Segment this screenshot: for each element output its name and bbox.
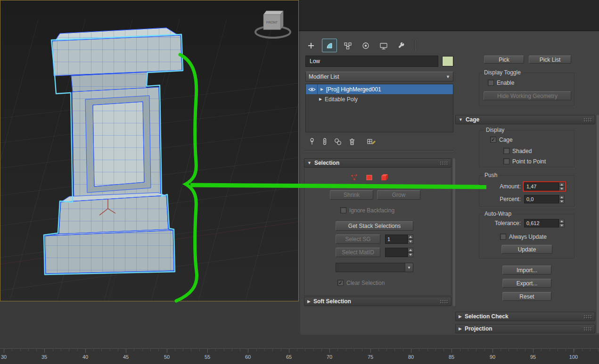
hierarchy-tab-icon[interactable] [341,39,355,52]
pick-list-button[interactable]: Pick List [529,56,571,64]
ignore-backfacing-checkbox[interactable] [340,207,346,213]
clear-selection-checkbox[interactable]: ✓ [337,280,344,286]
percent-spinner[interactable]: 0,0 [524,195,565,203]
check-icon: ✓ [491,137,495,142]
chevron-down-icon: ▼ [446,74,450,79]
motion-tab-icon[interactable] [359,39,373,52]
selection-check-rollout-header[interactable]: ▶ Selection Check [455,312,595,321]
spinner-down-icon[interactable] [408,252,413,257]
timeline-label: 50 [164,354,170,360]
modifier-stack-row-editable-poly[interactable]: ▶ Editable Poly [306,94,453,104]
grow-button[interactable]: Grow [377,190,420,200]
timeline-tick [248,349,248,353]
spinner-down-icon[interactable] [559,223,565,227]
utilities-tab-icon[interactable] [394,39,409,52]
timeline-trackbar[interactable]: 30 35 40 45 50 55 60 65 70 75 80 85 90 9… [0,348,599,364]
timeline-tick [492,349,493,353]
spinner-up-icon[interactable] [559,195,565,199]
timeline-label: 100 [569,354,578,360]
rollout-scrollbar[interactable] [597,115,599,333]
select-sg-button[interactable]: Select SG [336,235,380,244]
shrink-button[interactable]: Shrink [330,190,373,200]
select-matid-spinner[interactable] [385,248,413,257]
named-selection-dropdown[interactable]: ▼ [336,263,413,272]
visibility-eye-icon[interactable] [307,84,318,94]
display-tab-icon[interactable] [377,39,391,52]
always-update-checkbox[interactable] [500,234,506,240]
viewport[interactable]: FRONT [0,0,299,301]
viewcube[interactable]: FRONT [255,11,290,38]
reset-button[interactable]: Reset [502,292,551,301]
timeline-label: 80 [408,354,414,360]
rollout-grip-icon[interactable] [583,327,592,331]
point-to-point-checkbox[interactable] [503,158,509,164]
projection-rollout-header[interactable]: ▶ Projection [455,324,595,333]
modifier-list-dropdown[interactable]: Modifier List ▼ [305,72,453,81]
make-unique-icon[interactable] [334,138,342,147]
always-update-label: Always Update [509,234,547,240]
rollout-grip-icon[interactable] [440,161,448,165]
modify-tab-icon[interactable] [322,39,337,52]
polygon-subobject-icon[interactable] [364,172,375,184]
spinner-down-icon[interactable] [559,186,565,191]
element-subobject-icon[interactable] [379,172,390,184]
spinner-up-icon[interactable] [408,248,413,252]
spinner-down-icon[interactable] [408,239,413,244]
update-button[interactable]: Update [501,245,552,254]
amount-spinner[interactable]: 1,47 [524,182,565,191]
display-toggle-group [479,73,575,106]
enable-checkbox[interactable] [488,80,494,86]
spinner-up-icon[interactable] [559,219,565,223]
modifier-stack-row-projection[interactable]: ▶ [Proj] HighMerged001 [306,84,453,94]
timeline-tick [167,349,167,353]
selection-rollout-title: Selection [314,160,339,166]
timeline-tick [533,349,533,353]
rollout-scrollbar[interactable] [453,158,455,306]
pin-stack-icon[interactable] [308,138,316,147]
cage-rollout-title: Cage [466,116,479,123]
select-matid-button[interactable]: Select MatID [336,248,380,257]
select-matid-value[interactable] [385,248,408,257]
tab-separator [414,40,415,51]
tolerance-spinner[interactable]: 0,612 [524,219,565,227]
remove-modifier-trash-icon[interactable] [348,138,356,147]
rollout-grip-icon[interactable] [440,299,448,304]
modifier-stack[interactable]: ▶ [Proj] HighMerged001 ▶ Editable Poly [305,84,453,132]
selection-rollout-header[interactable]: ▼ Selection [304,158,451,168]
command-panel-tabs [304,39,415,52]
projection-rollout-title: Projection [465,325,492,332]
pick-button[interactable]: Pick [484,56,524,64]
select-sg-value[interactable]: 1 [385,235,408,244]
soft-selection-rollout-header[interactable]: ▶ Soft Selection [304,297,451,306]
configure-modifier-sets-icon[interactable] [367,138,376,147]
percent-value[interactable]: 0,0 [524,195,559,203]
expand-arrow-icon[interactable]: ▶ [318,97,323,101]
tolerance-value[interactable]: 0,612 [524,219,559,227]
cage-checkbox[interactable]: ✓ [490,137,496,143]
selection-rollout-body [304,168,451,296]
cage-rollout-header[interactable]: ▼ Cage [455,115,595,124]
vertex-subobject-icon[interactable] [349,172,360,184]
timeline-tick [126,349,126,353]
spinner-up-icon[interactable] [408,235,413,239]
amount-value[interactable]: 1,47 [524,182,559,191]
object-name-field[interactable]: Low [305,56,438,67]
spinner-down-icon[interactable] [559,199,565,203]
create-tab-icon[interactable] [304,39,318,52]
shaded-checkbox[interactable] [503,148,509,154]
hide-working-geometry-button[interactable]: Hide Working Geometry [484,91,571,100]
display-toggle-group-label: Display Toggle [482,69,523,76]
spinner-up-icon[interactable] [559,182,565,186]
soft-selection-rollout-title: Soft Selection [313,298,351,305]
import-button[interactable]: Import... [502,266,551,275]
rollout-grip-icon[interactable] [583,118,592,122]
export-button[interactable]: Export... [502,279,551,288]
show-end-result-icon[interactable] [322,138,328,147]
object-color-swatch[interactable] [442,56,453,66]
rollout-grip-icon[interactable] [583,315,592,319]
get-stack-selections-button[interactable]: Get Stack Selections [336,221,413,231]
select-sg-spinner[interactable]: 1 [385,235,413,244]
modifier-stack-label: [Proj] HighMerged001 [326,86,381,93]
clear-selection-label: Clear Selection [346,280,385,286]
expand-arrow-icon[interactable]: ▶ [320,87,324,91]
